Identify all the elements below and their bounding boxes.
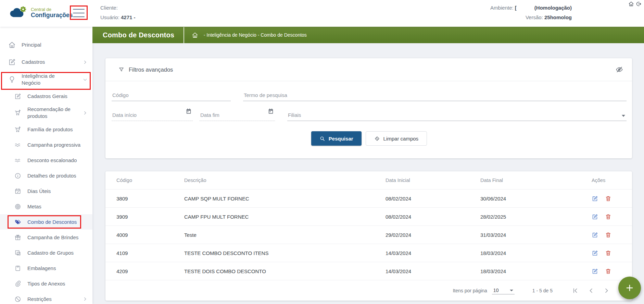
sidebar-nav: Principal Cadastros Inteligência de Negó… [0,27,92,304]
cell-codigo: 3909 [116,214,184,220]
table-row: 4109 TESTE COMBO DESCONTO ITENS 14/03/20… [105,244,632,262]
corner-actions [628,1,642,7]
first-page-icon[interactable] [572,287,579,294]
home-icon[interactable] [628,1,634,7]
breadcrumb-home-icon[interactable] [192,32,198,38]
sidebar-item-recomendacao-de-produtos[interactable]: Recomendação de produtos [0,104,92,122]
app-logo: Central de Configurações [8,5,73,20]
sidebar-item-cadastros-gerais[interactable]: Cadastros Gerais [0,88,92,104]
cloud-gear-logo-icon [8,5,28,20]
edit-icon[interactable] [592,214,598,220]
col-header-data-inicial: Data Inicial [386,178,480,183]
top-bar: Central de Configurações Cliente: Usuári… [0,0,644,27]
col-header-acoes: Ações [592,178,632,183]
edit-icon[interactable] [592,232,598,238]
tag-icon [14,219,21,226]
sidebar-item-label: Principal [22,39,41,50]
delete-icon[interactable] [605,214,611,220]
filters-title: Filtros avançados [129,66,173,73]
sidebar-item-embalagens[interactable]: Embalagens [0,260,92,276]
add-button[interactable] [618,277,641,299]
edit-icon[interactable] [592,195,598,202]
calendar-icon[interactable] [185,108,192,115]
clear-fields-button[interactable]: Limpar campos [366,131,427,146]
calendar-icon[interactable] [267,108,274,115]
search-button[interactable]: Pesquisar [311,131,362,146]
sidebar-item-campanha-progressiva[interactable]: Campanha progressiva [0,137,92,153]
dropdown-caret-icon[interactable] [622,115,625,117]
sidebar-item-label: Embalagens [27,263,56,274]
data-inicio-input[interactable] [112,109,193,121]
col-header-descricao: Descrição [184,178,386,183]
next-page-icon[interactable] [603,287,610,294]
filiais-select[interactable] [287,109,627,121]
delete-icon[interactable] [605,250,611,256]
hide-filters-button[interactable] [616,66,623,73]
page-title: Combo de Descontos [103,31,174,39]
sidebar-item-inteligencia-de-negocio[interactable]: Inteligência de Negócio [0,71,92,88]
sidebar-item-label: Detalhes de produtos [27,170,76,181]
edit-icon[interactable] [592,250,598,256]
cell-data-final: 30/06/2024 [480,196,592,202]
breadcrumb: - Inteligência de Negócio - Combo de Des… [204,32,307,38]
cell-descricao: TESTE COMBO DESCONTO ITENS [184,250,386,256]
sidebar-item-cadastro-de-grupos[interactable]: Cadastro de Grupos [0,245,92,260]
waves-icon [14,142,21,148]
chevron-right-icon [83,296,88,302]
client-line: Cliente: [100,3,136,13]
pagination-controls [572,287,626,294]
sidebar-item-detalhes-de-produtos[interactable]: Detalhes de produtos [0,168,92,183]
data-fim-input[interactable] [200,109,275,121]
sidebar-item-label: Inteligência de Negócio [22,71,73,88]
sidebar-item-familia-de-produtos[interactable]: Família de produtos [0,122,92,137]
logout-icon[interactable] [636,1,642,7]
cell-data-final: 18/03/2024 [480,250,592,256]
termo-pesquisa-input[interactable] [243,89,627,101]
cell-data-inicial: 08/02/2024 [386,196,480,202]
menu-toggle-button[interactable] [73,9,85,17]
sidebar-item-label: Metas [27,201,41,212]
sidebar-item-dias-uteis[interactable]: Dias Úteis [0,183,92,199]
edit-icon[interactable] [592,268,598,275]
cell-descricao: CAMP FPU MULT FORNEC [184,214,386,220]
delete-icon[interactable] [605,232,611,238]
slash-circle-icon [14,296,21,303]
col-header-data-final: Data Final [480,178,592,183]
filters-card: Filtros avançados [105,58,632,158]
cell-descricao: TESTE DOIS COMBO DESCONTO [184,268,386,274]
sidebar-item-campanha-de-brindes[interactable]: Campanha de Brindes [0,230,92,245]
results-card: Código Descrição Data Inicial Data Final… [105,171,632,301]
environment-value: [ [515,5,517,11]
sidebar-item-label: Dias Úteis [27,186,51,197]
col-header-codigo: Código [116,178,184,183]
sidebar-item-label: Campanha progressiva [27,139,80,150]
sidebar-item-combo-de-descontos[interactable]: Combo de Descontos [0,214,92,230]
items-per-page-select[interactable]: 10 [492,287,515,294]
delete-icon[interactable] [605,268,611,275]
page-header: Combo de Descontos - Inteligência de Neg… [92,27,644,43]
clipboard-icon [14,265,21,272]
environment-suffix: (Homologação) [534,5,572,11]
sidebar-item-cadastros[interactable]: Cadastros [0,53,92,71]
pagination-range: 1 - 5 de 5 [532,288,553,293]
brand-line2: Configurações [31,12,73,18]
cell-data-final: 31/03/2024 [480,232,592,238]
paperclip-icon [14,280,21,287]
sidebar-item-desconto-escalonado[interactable]: Desconto escalonado [0,153,92,168]
sidebar-item-label: Cadastro de Grupos [27,247,74,258]
sidebar-item-tipos-de-anexos[interactable]: Tipos de Anexos [0,276,92,291]
groups-icon [14,250,21,256]
sidebar-item-principal[interactable]: Principal [0,36,92,53]
sidebar-item-restricoes[interactable]: Restrições [0,291,92,304]
sidebar-item-label: Tipos de Anexos [27,278,65,289]
session-info: Cliente: Usuário: 4271 - [100,3,136,22]
sidebar-item-label: Cadastros [22,57,45,68]
delete-icon[interactable] [605,195,611,202]
table-row: 3809 CAMP SQP MULT FORNEC 08/02/2024 30/… [105,189,632,207]
table-body: 3809 CAMP SQP MULT FORNEC 08/02/2024 30/… [105,189,632,280]
sidebar-item-metas[interactable]: Metas [0,199,92,214]
table-footer: Itens por página 10 1 - 5 de 5 [105,280,632,301]
eye-slash-icon [616,66,623,73]
previous-page-icon[interactable] [588,287,594,294]
codigo-input[interactable] [112,89,231,101]
